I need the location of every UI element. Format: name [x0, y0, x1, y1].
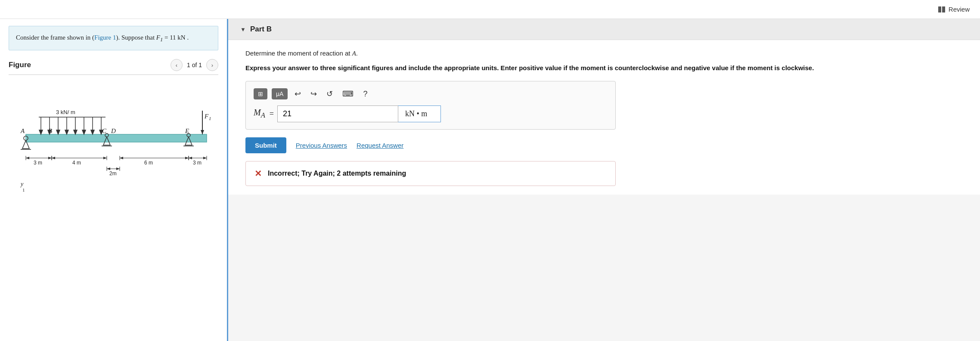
submit-button[interactable]: Submit [245, 137, 286, 153]
svg-text:4 m: 4 m [72, 160, 81, 166]
part-description: Express your answer to three significant… [245, 63, 966, 73]
svg-text:3 m: 3 m [34, 160, 42, 166]
ma-label: MA [254, 108, 265, 120]
request-answer-button[interactable]: Request Answer [357, 142, 403, 149]
problem-text-1: Consider the frame shown in ( [16, 34, 94, 41]
svg-marker-12 [82, 130, 86, 134]
input-row: MA = kN • m [254, 105, 608, 122]
svg-text:1: 1 [209, 116, 211, 121]
problem-var: F [156, 34, 160, 41]
figure-link[interactable]: Figure 1 [94, 34, 116, 41]
part-label: Part B [250, 25, 272, 34]
svg-text:3 m: 3 m [193, 160, 202, 166]
main-content: Consider the frame shown in (Figure 1). … [0, 19, 980, 341]
svg-marker-2 [39, 130, 43, 134]
problem-statement: Consider the frame shown in (Figure 1). … [9, 26, 218, 50]
review-button[interactable]: Review [938, 6, 970, 13]
mu-label: μΑ [276, 90, 283, 97]
feedback-text: Incorrect; Try Again; 2 attempts remaini… [268, 170, 406, 177]
svg-marker-44 [26, 157, 29, 159]
svg-rect-0 [26, 134, 207, 142]
equals-sign: = [270, 109, 274, 118]
svg-marker-50 [52, 157, 55, 159]
svg-text:1: 1 [22, 187, 25, 192]
undo-button[interactable]: ↩ [292, 89, 304, 99]
problem-text-3: = 11 kN . [163, 34, 189, 41]
figure-header: Figure ‹ 1 of 1 › [9, 56, 218, 75]
chevron-down-icon: ▼ [240, 26, 246, 33]
svg-text:C: C [102, 127, 107, 134]
help-button[interactable]: ? [360, 89, 370, 99]
svg-text:B: B [48, 127, 52, 134]
svg-marker-68 [189, 157, 192, 159]
answer-input[interactable] [277, 105, 398, 122]
part-section: ▼ Part B Determine the moment of reactio… [228, 19, 980, 195]
toolbar: ⊞ μΑ ↩ ↪ ↺ ⌨ ? [254, 88, 608, 99]
part-body: Determine the moment of reaction at A. E… [228, 40, 980, 195]
var-a: A [352, 50, 356, 57]
mu-button[interactable]: μΑ [272, 88, 288, 99]
svg-marker-8 [65, 130, 68, 134]
svg-marker-10 [74, 130, 77, 134]
svg-marker-20 [201, 130, 204, 134]
svg-marker-56 [107, 167, 110, 170]
matrix-icon: ⊞ [258, 90, 263, 97]
redo-button[interactable]: ↪ [308, 89, 319, 99]
next-figure-button[interactable]: › [206, 59, 218, 71]
action-row: Submit Previous Answers Request Answer [245, 137, 966, 153]
part-instruction: Determine the moment of reaction at A. [245, 50, 966, 57]
figure-nav: ‹ 1 of 1 › [171, 59, 218, 71]
refresh-button[interactable]: ↺ [324, 89, 335, 99]
figure-nav-label: 1 of 1 [187, 62, 202, 68]
svg-marker-51 [103, 157, 107, 159]
svg-marker-57 [116, 167, 120, 170]
feedback-box: ✕ Incorrect; Try Again; 2 attempts remai… [245, 161, 616, 186]
keyboard-button[interactable]: ⌨ [340, 89, 356, 99]
svg-text:E: E [185, 127, 189, 134]
figure-title: Figure [9, 61, 31, 69]
unit-box: kN • m [398, 105, 441, 122]
review-icon [938, 6, 945, 12]
svg-marker-63 [185, 157, 189, 159]
right-panel: ▼ Part B Determine the moment of reactio… [228, 19, 980, 341]
svg-text:F: F [204, 113, 209, 120]
svg-marker-45 [48, 157, 52, 159]
svg-text:2m: 2m [109, 170, 117, 177]
svg-marker-14 [91, 130, 94, 134]
top-bar: Review [0, 0, 980, 19]
diagram-svg: 3 kN/ m F 1 [13, 83, 220, 203]
figure-diagram: 3 kN/ m F 1 [9, 78, 218, 334]
answer-area: ⊞ μΑ ↩ ↪ ↺ ⌨ ? MA [245, 81, 616, 130]
svg-marker-69 [203, 157, 207, 159]
review-label: Review [949, 6, 970, 13]
part-header[interactable]: ▼ Part B [228, 19, 980, 40]
svg-text:y: y [20, 181, 24, 187]
incorrect-icon: ✕ [254, 168, 262, 179]
svg-text:3 kN/ m: 3 kN/ m [56, 109, 75, 115]
svg-text:A: A [20, 127, 25, 134]
figure-section: Figure ‹ 1 of 1 › [9, 56, 218, 334]
previous-answers-button[interactable]: Previous Answers [296, 142, 347, 149]
prev-figure-button[interactable]: ‹ [171, 59, 183, 71]
left-panel: Consider the frame shown in (Figure 1). … [0, 19, 228, 341]
svg-marker-6 [56, 130, 60, 134]
svg-marker-62 [120, 157, 123, 159]
matrix-button[interactable]: ⊞ [254, 88, 267, 99]
svg-text:D: D [111, 127, 116, 134]
problem-text-2: ). Suppose that [116, 34, 156, 41]
svg-text:6 m: 6 m [144, 160, 153, 166]
